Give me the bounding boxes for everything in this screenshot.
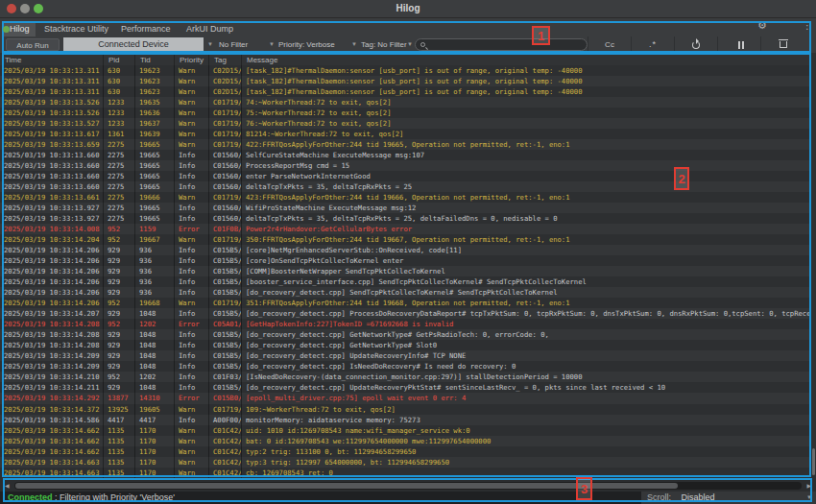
horizontal-scrollbar-thumb[interactable] <box>15 483 678 489</box>
table-row[interactable]: 2025/03/19 10:33:14.3721392519605WarnC01… <box>0 404 811 415</box>
table-row[interactable]: 2025/03/19 10:33:14.0089521159ErrorC01F0… <box>0 224 811 234</box>
table-row[interactable]: 2025/03/19 10:33:14.66311351170WarnC01C4… <box>0 457 811 468</box>
column-header-message[interactable]: Message <box>242 55 811 65</box>
cell-tid: 1048 <box>135 350 175 361</box>
column-header-tag[interactable]: Tag <box>209 55 242 65</box>
refresh-button[interactable] <box>674 36 717 53</box>
cell-message: [booster_service_interface.cpp] SendTcpP… <box>242 276 811 287</box>
table-row[interactable]: 2025/03/19 10:33:14.66211351170WarnC01C4… <box>0 425 811 436</box>
column-header-pid[interactable]: Pid <box>104 55 135 65</box>
column-header-tid[interactable]: Tid <box>135 55 175 65</box>
table-row[interactable]: 2025/03/19 10:33:14.58644174417InfoA00F0… <box>0 415 811 425</box>
cell-priority: Warn <box>175 108 209 118</box>
cell-priority: Info <box>175 287 209 298</box>
table-row[interactable]: 2025/03/19 10:33:14.66211351170WarnC01C4… <box>0 436 811 446</box>
tag-dropdown[interactable]: Tag: No Filter ▼ <box>361 37 413 52</box>
vertical-scrollbar-thumb[interactable] <box>812 448 815 475</box>
table-row[interactable]: 2025/03/19 10:33:13.927227519665InfoC015… <box>0 203 811 213</box>
table-row[interactable]: 2025/03/19 10:33:14.2089521202ErrorC05A0… <box>0 319 811 329</box>
table-row[interactable]: 2025/03/19 10:33:13.617136119639WarnC017… <box>0 129 811 139</box>
scroll-right-icon[interactable]: ▶ <box>806 482 811 489</box>
device-combobox-arrow[interactable]: ▼ <box>204 37 217 52</box>
cell-priority: Warn <box>175 425 209 436</box>
table-row[interactable]: 2025/03/19 10:33:13.927227519665InfoC015… <box>0 213 811 224</box>
scroll-mode-control[interactable]: Scroll: Disabled ▼ <box>641 492 816 504</box>
clear-log-button[interactable] <box>760 36 804 53</box>
cell-pid: 1233 <box>104 97 135 108</box>
cell-priority: Warn <box>175 446 209 457</box>
settings-gear-icon[interactable]: ⚙ <box>757 20 767 31</box>
table-row[interactable]: 2025/03/19 10:33:14.2079291048InfoC015B5… <box>0 308 811 319</box>
table-row[interactable]: 2025/03/19 10:33:13.660227519665InfoC015… <box>0 171 811 181</box>
cell-tag: C01F03/t <box>209 372 242 382</box>
green-indicator-dot <box>3 26 10 33</box>
table-row[interactable]: 2025/03/19 10:33:14.206929936InfoC015B5/… <box>0 287 811 298</box>
table-row[interactable]: 2025/03/19 10:33:14.2099291048InfoC015B5… <box>0 361 811 372</box>
cell-time: 2025/03/19 10:33:14.208 <box>0 319 104 329</box>
table-row[interactable]: 2025/03/19 10:33:14.2089291048InfoC015B5… <box>0 340 811 350</box>
cell-pid: 929 <box>104 308 135 319</box>
cell-tid: 1202 <box>135 372 175 382</box>
table-row[interactable]: 2025/03/19 10:33:14.2109521202InfoC01F03… <box>0 372 811 382</box>
cell-time: 2025/03/19 10:33:13.927 <box>0 213 104 224</box>
cell-time: 2025/03/19 10:33:14.206 <box>0 276 104 287</box>
table-row[interactable]: 2025/03/19 10:33:13.660227519665InfoC015… <box>0 160 811 171</box>
table-row[interactable]: 2025/03/19 10:33:13.661227519666WarnC017… <box>0 192 811 203</box>
table-row[interactable]: 2025/03/19 10:33:13.31163019623WarnC02D1… <box>0 86 811 97</box>
table-row[interactable]: 2025/03/19 10:33:14.66211351170WarnC01C4… <box>0 446 811 457</box>
scroll-left-icon[interactable]: ◀ <box>5 482 10 489</box>
table-row[interactable]: 2025/03/19 10:33:14.206929936InfoC015B5/… <box>0 276 811 287</box>
cell-time: 2025/03/19 10:33:13.660 <box>0 160 104 171</box>
table-row[interactable]: 2025/03/19 10:33:13.527123319637WarnC017… <box>0 118 811 129</box>
table-row[interactable]: 2025/03/19 10:33:14.66311351170WarnC01C4… <box>0 468 811 478</box>
filter-dropdown[interactable]: No Filter ▼ <box>219 37 275 52</box>
more-options-kebab-icon[interactable]: ⋮ <box>803 20 812 31</box>
priority-dropdown[interactable]: Priority: Verbose ▼ <box>278 37 357 52</box>
table-row[interactable]: 2025/03/19 10:33:13.660227519665InfoC015… <box>0 181 811 192</box>
cell-time: 2025/03/19 10:33:14.662 <box>0 446 104 457</box>
regex-button[interactable]: .* <box>631 36 674 53</box>
column-header-priority[interactable]: Priority <box>175 55 209 65</box>
cell-tag: C01719/f <box>209 129 242 139</box>
vertical-scrollbar[interactable] <box>811 55 816 478</box>
auto-run-button[interactable]: Auto Run <box>6 38 60 51</box>
device-combobox-value[interactable]: Connected Device <box>63 37 204 52</box>
cell-time: 2025/03/19 10:33:14.292 <box>0 393 104 403</box>
table-row[interactable]: 2025/03/19 10:33:13.659227519665WarnC017… <box>0 139 811 150</box>
chevron-down-icon: ▼ <box>806 492 812 504</box>
table-row[interactable]: 2025/03/19 10:33:13.526123319635WarnC017… <box>0 97 811 108</box>
cell-pid: 2275 <box>104 203 135 213</box>
table-row[interactable]: 2025/03/19 10:33:13.31163019623WarnC02D1… <box>0 76 811 86</box>
table-row[interactable]: 2025/03/19 10:33:13.660227519665InfoC015… <box>0 150 811 160</box>
tab-performance[interactable]: Performance <box>115 21 177 36</box>
table-row[interactable]: 2025/03/19 10:33:14.20695219668WarnC0171… <box>0 298 811 308</box>
table-row[interactable]: 2025/03/19 10:33:14.206929936InfoC015B5/… <box>0 245 811 255</box>
cell-message: SelfCureStateMachine ExecuteMessage msg:… <box>242 150 811 160</box>
table-row[interactable]: 2025/03/19 10:33:14.2089291048InfoC015B5… <box>0 329 811 340</box>
table-row[interactable]: 2025/03/19 10:33:14.206929936InfoC015B5/… <box>0 255 811 266</box>
cell-tag: C01719/w <box>209 192 242 203</box>
pause-button[interactable] <box>717 36 760 53</box>
cell-message: 351:FFRTQosApplyForOther:244 tid 19668, … <box>242 298 811 308</box>
match-case-button[interactable]: Cc <box>588 36 631 53</box>
table-row[interactable]: 2025/03/19 10:33:14.206929936InfoC015B5/… <box>0 266 811 276</box>
cell-pid: 1233 <box>104 118 135 129</box>
table-row[interactable]: 2025/03/19 10:33:13.526123319636WarnC017… <box>0 108 811 118</box>
cell-tid: 19636 <box>135 108 175 118</box>
column-header-time[interactable]: Time <box>0 55 104 65</box>
table-row[interactable]: 2025/03/19 10:33:14.2921387714310ErrorC0… <box>0 393 811 403</box>
table-row[interactable]: 2025/03/19 10:33:14.20495219667WarnC0171… <box>0 234 811 245</box>
cell-message: 423:FFRTQosApplyForOther:244 tid 19666, … <box>242 192 811 203</box>
table-row[interactable]: 2025/03/19 10:33:13.31163019623WarnC02D1… <box>0 65 811 76</box>
tab-arkui-dump[interactable]: ArkUI Dump <box>180 21 239 36</box>
cell-time: 2025/03/19 10:33:13.927 <box>0 203 104 213</box>
horizontal-scrollbar-track[interactable] <box>14 482 802 490</box>
cell-priority: Warn <box>175 129 209 139</box>
cell-time: 2025/03/19 10:33:14.663 <box>0 457 104 468</box>
tab-stacktrace-utility[interactable]: Stacktrace Utility <box>38 21 114 36</box>
search-input[interactable] <box>415 38 588 51</box>
table-row[interactable]: 2025/03/19 10:33:14.2119291048InfoC015B5… <box>0 382 811 393</box>
table-row[interactable]: 2025/03/19 10:33:14.2099291048InfoC015B5… <box>0 350 811 361</box>
horizontal-scrollbar[interactable]: ◀ ▶ <box>0 480 816 492</box>
cell-time: 2025/03/19 10:33:14.206 <box>0 298 104 308</box>
